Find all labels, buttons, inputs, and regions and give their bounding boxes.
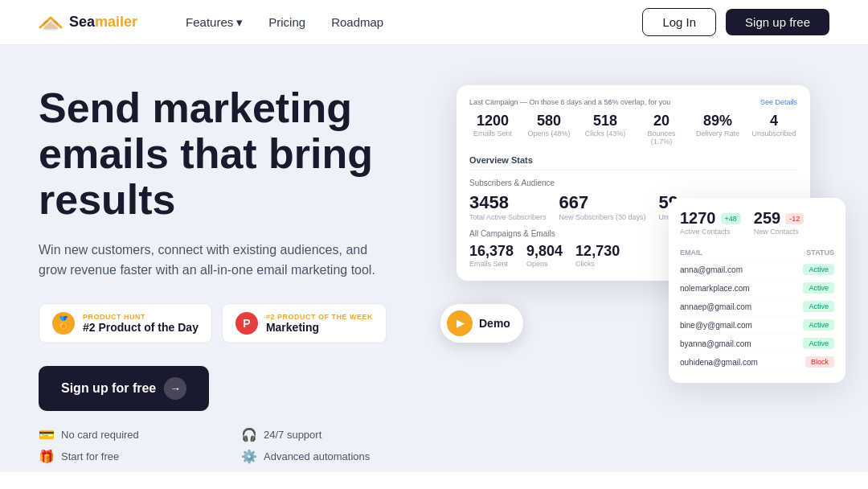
logo[interactable]: Seamailer [39, 13, 137, 32]
active-contacts-stat: 1270 +48 Active Contacts [680, 209, 741, 236]
perk-automations: ⚙️ Advanced automations [241, 449, 424, 464]
hero-subtitle: Win new customers, connect with existing… [39, 240, 384, 281]
contact-row-6: ouhidena@gmail.com Block [680, 353, 834, 372]
camp-stat-clicks: 12,730 Clicks [575, 243, 620, 268]
stat-sent: 1200 Emails Sent [469, 113, 516, 146]
see-details-link[interactable]: See Details [760, 98, 797, 106]
camp-stat-sent: 16,378 Emails Sent [469, 243, 514, 268]
demo-button[interactable]: ▶ Demo [440, 304, 523, 343]
cta-row: Sign up for free → [39, 366, 424, 411]
hero-dashboard: Last Campaign — On those 6 days and a 56… [457, 77, 829, 447]
audience-title: Subscribers & Audience [469, 179, 797, 187]
perk-support: 🎧 24/7 support [241, 427, 424, 442]
stat-delivery: 89% Delivery Rate [694, 113, 741, 146]
navbar: Seamailer Features ▾ Pricing Roadmap Log… [0, 0, 868, 45]
contact-row-5: byanna@gmail.com Active [680, 335, 834, 353]
credit-card-icon: 💳 [39, 427, 55, 442]
badge-product-week[interactable]: P #2 PRODUCT OF THE WEEK Marketing [222, 303, 387, 343]
camp-stat-opens: 9,804 Opens [526, 243, 563, 268]
nav-features[interactable]: Features ▾ [186, 15, 243, 30]
hero-section: Send marketing emails that bring results… [0, 45, 868, 464]
nav-actions: Log In Sign up free [642, 8, 829, 36]
audience-stat-new: 667 New Subscribers (30 days) [559, 192, 646, 221]
campaign-label: Last Campaign — On those 6 days and a 56… [469, 98, 670, 106]
overview-title: Overview Stats [469, 155, 797, 171]
contact-row-2: nolemarkplace.com Active [680, 279, 834, 298]
contact-header: EMAIL STATUS [680, 245, 834, 261]
perk-no-card: 💳 No card required [39, 427, 222, 442]
stat-unsub: 4 Unsubscribed [751, 113, 797, 146]
nav-pricing[interactable]: Pricing [268, 15, 305, 29]
nav-roadmap[interactable]: Roadmap [331, 15, 383, 29]
signup-cta-button[interactable]: Sign up for free → [39, 366, 209, 411]
gift-icon: 🎁 [39, 449, 55, 464]
contact-row-3: annaep@gmail.com Active [680, 298, 834, 316]
audience-stat-total: 3458 Total Active Subscribers [469, 192, 547, 221]
bottom-section: Faster email marketing and automation to… [0, 472, 868, 489]
signup-button[interactable]: Sign up free [726, 9, 829, 35]
contact-row-4: bine@y@gmail.com Active [680, 316, 834, 335]
perks-grid: 💳 No card required 🎧 24/7 support 🎁 Star… [39, 427, 424, 464]
nav-links: Features ▾ Pricing Roadmap [186, 15, 642, 30]
logo-text: Seamailer [69, 14, 137, 31]
headphones-icon: 🎧 [241, 427, 257, 442]
contact-row-1: anna@gmail.com Active [680, 261, 834, 279]
svg-rect-0 [43, 21, 58, 31]
hero-left: Send marketing emails that bring results… [39, 77, 424, 464]
hero-title: Send marketing emails that bring results [39, 85, 424, 224]
login-button[interactable]: Log In [642, 8, 716, 36]
product-hunt-icon: P [235, 312, 258, 335]
medal-icon: 🏅 [52, 312, 75, 335]
stat-bounces: 20 Bounces (1.7%) [638, 113, 685, 146]
play-icon: ▶ [447, 310, 473, 336]
badge-week-text: #2 PRODUCT OF THE WEEK Marketing [266, 313, 373, 334]
chevron-down-icon: ▾ [236, 15, 243, 30]
badge-day-text: PRODUCT HUNT #2 Product of the Day [83, 313, 199, 334]
dashboard-sub-card: 1270 +48 Active Contacts 259 -12 New Con… [669, 198, 845, 383]
stat-clicks: 518 Clicks (43%) [582, 113, 628, 146]
new-contacts-stat: 259 -12 New Contacts [754, 209, 804, 236]
gear-icon: ⚙️ [241, 449, 257, 464]
logo-icon [39, 13, 63, 32]
badge-row: 🏅 PRODUCT HUNT #2 Product of the Day P #… [39, 303, 424, 343]
arrow-icon: → [164, 377, 186, 400]
badge-product-day[interactable]: 🏅 PRODUCT HUNT #2 Product of the Day [39, 303, 212, 343]
stat-opens: 580 Opens (48%) [526, 113, 572, 146]
perk-free: 🎁 Start for free [39, 449, 222, 464]
